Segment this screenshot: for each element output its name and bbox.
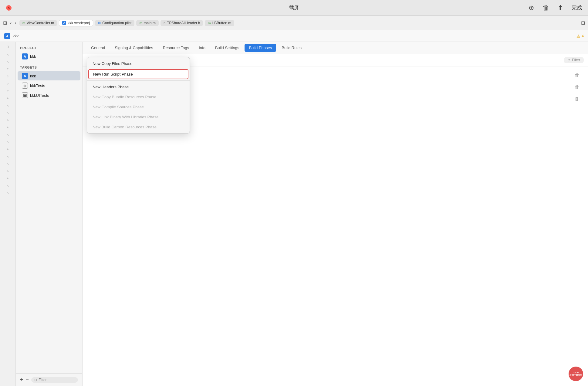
gutter-a-15: A xyxy=(7,184,8,187)
kkkTests-icon: ◇ xyxy=(22,83,28,89)
gutter-a-4: A xyxy=(7,104,8,107)
tab-info[interactable]: Info xyxy=(194,44,210,52)
window-title: 截屏 xyxy=(289,5,299,11)
project-name: kkk xyxy=(13,34,19,38)
nav-buttons: ‹ › xyxy=(9,20,18,26)
warning-badge: ⚠ 4 xyxy=(576,34,584,39)
gutter-a-2: A xyxy=(7,60,8,63)
tab-general[interactable]: General xyxy=(87,44,109,52)
gutter-a-8: A xyxy=(7,133,8,136)
kkk-label: kkk xyxy=(30,74,36,78)
dropdown-new-link-binary: New Link Binary With Libraries Phase xyxy=(87,112,190,122)
tab-build-phases[interactable]: Build Phases xyxy=(245,44,276,52)
project-section-header: PROJECT xyxy=(16,42,82,52)
tab-tpshare[interactable]: h TPShareAllHeader.h xyxy=(161,20,203,26)
dropdown-new-copy-files[interactable]: New Copy Files Phase xyxy=(87,59,190,69)
gutter-q-1: ? xyxy=(7,68,8,71)
filter-text: Filter xyxy=(572,58,580,62)
kkkUITests-icon: ▣ xyxy=(22,92,28,98)
gutter-a-13: A xyxy=(7,170,8,173)
tab-viewcontroller[interactable]: m ViewController.m xyxy=(19,20,57,26)
done-button[interactable]: 完成 xyxy=(572,4,582,11)
sidebar: PROJECT A kkk TARGETS A kkk ◇ kkkTests ▣… xyxy=(16,42,83,386)
tab-configuration-plist[interactable]: ⊞ Configuration.plist xyxy=(95,20,134,26)
gutter-q-2: ? xyxy=(7,75,8,78)
inspector-icon[interactable]: ⊡ xyxy=(581,20,585,26)
content-area: General Signing & Capabilities Resource … xyxy=(83,42,588,386)
filter-icon: ⊙ xyxy=(34,378,37,382)
close-button[interactable]: ✕ xyxy=(6,5,12,11)
kkkTests-label: kkkTests xyxy=(30,83,45,88)
gutter-a-3: A xyxy=(7,97,8,100)
tab-build-rules[interactable]: Build Rules xyxy=(277,44,306,52)
person-icon[interactable]: ⊕ xyxy=(529,4,534,12)
trash-icon[interactable]: 🗑 xyxy=(542,4,549,12)
sidebar-toggle-icon[interactable]: ⊟ xyxy=(6,45,9,49)
gutter-a-11: A xyxy=(7,155,8,158)
dropdown-new-copy-bundle: New Copy Bundle Resources Phase xyxy=(87,92,190,102)
filter-circle-icon: ⊙ xyxy=(567,58,570,62)
gutter-a-9: A xyxy=(7,141,8,144)
kkk-icon: A xyxy=(22,73,28,79)
titlebar-actions: ⊕ 🗑 ⬆ 完成 xyxy=(529,4,582,12)
dropdown-new-run-script[interactable]: New Run Script Phase xyxy=(88,69,188,79)
csdn-label: CSDN@刘小路哈哈 xyxy=(569,371,582,377)
gutter-a-1: A xyxy=(7,53,8,56)
gutter-a-5: A xyxy=(7,111,8,114)
back-button[interactable]: ‹ xyxy=(9,20,13,26)
m-icon: m xyxy=(139,21,142,25)
h-icon: h xyxy=(164,21,165,25)
sidebar-item-kkkUITests[interactable]: ▣ kkkUITests xyxy=(18,91,80,100)
gutter-a-10: A xyxy=(7,148,8,151)
dropdown-new-build-carbon: New Build Carbon Resources Phase xyxy=(87,122,190,132)
tab-build-settings[interactable]: Build Settings xyxy=(211,44,244,52)
content-filter[interactable]: ⊙ Filter xyxy=(564,57,584,63)
sidebar-item-project[interactable]: A kkk xyxy=(18,52,80,61)
sidebar-add-button[interactable]: + xyxy=(20,377,23,383)
add-phase-dropdown: New Copy Files Phase New Run Script Phas… xyxy=(87,57,190,134)
titlebar: ✕ 截屏 ⊕ 🗑 ⬆ 完成 xyxy=(0,0,588,16)
sidebar-item-kkk[interactable]: A kkk xyxy=(18,71,80,80)
plist-icon: ⊞ xyxy=(98,21,101,25)
dropdown-new-headers[interactable]: New Headers Phase xyxy=(87,82,190,92)
sidebar-filter[interactable]: ⊙ Filter xyxy=(31,377,78,383)
sidebar-bottom: + − ⊙ Filter xyxy=(16,373,82,386)
breadcrumb: A kkk ⚠ 4 xyxy=(0,30,588,42)
gutter-a-14: A xyxy=(7,177,8,180)
filter-label: Filter xyxy=(39,378,47,382)
gutter-q-3: ? xyxy=(7,82,8,85)
phase-tab-bar: General Signing & Capabilities Resource … xyxy=(83,42,588,54)
delete-phase-icon-link[interactable]: 🗑 xyxy=(575,73,580,78)
gutter-a-7: A xyxy=(7,126,8,129)
targets-section-header: TARGETS xyxy=(16,61,82,71)
csdn-badge[interactable]: CSDN@刘小路哈哈 xyxy=(569,367,583,381)
dropdown-new-compile-sources: New Compile Sources Phase xyxy=(87,102,190,112)
tab-resource-tags[interactable]: Resource Tags xyxy=(159,44,193,52)
gutter-a-16: A xyxy=(7,191,8,195)
tab-main-m[interactable]: m main.m xyxy=(136,20,159,26)
project-icon: A xyxy=(4,33,10,39)
a-file-icon: A xyxy=(62,21,66,25)
gutter-q-4: ? xyxy=(7,90,8,93)
delete-phase-icon-config[interactable]: 🗑 xyxy=(575,96,580,102)
share-icon[interactable]: ⬆ xyxy=(558,4,563,12)
tab-lbbutton[interactable]: m LBButton.m xyxy=(205,20,234,26)
project-item-icon: A xyxy=(22,53,28,59)
warning-count: 4 xyxy=(582,34,584,38)
tab-kkk-xcodeproj[interactable]: A kkk.xcodeproj xyxy=(59,20,93,26)
delete-phase-icon-copy[interactable]: 🗑 xyxy=(575,84,580,90)
file-tab-bar: ⊞ ‹ › m ViewController.m A kkk.xcodeproj… xyxy=(0,16,588,30)
main-layout: ⊟ A A ? ? ? ? A A A A A A A A A A A A A … xyxy=(0,42,588,386)
project-item-label: kkk xyxy=(30,54,36,59)
m-file-icon: m xyxy=(22,21,25,25)
left-gutter: ⊟ A A ? ? ? ? A A A A A A A A A A A A A … xyxy=(0,42,16,386)
forward-button[interactable]: › xyxy=(13,20,17,26)
sidebar-remove-button[interactable]: − xyxy=(26,377,29,383)
sidebar-item-kkkTests[interactable]: ◇ kkkTests xyxy=(18,81,80,90)
gutter-a-12: A xyxy=(7,162,8,165)
gutter-a-6: A xyxy=(7,119,8,122)
tab-signing[interactable]: Signing & Capabilities xyxy=(110,44,157,52)
grid-icon[interactable]: ⊞ xyxy=(3,20,7,26)
kkkUITests-label: kkkUITests xyxy=(30,93,49,98)
dropdown-separator xyxy=(87,80,190,81)
